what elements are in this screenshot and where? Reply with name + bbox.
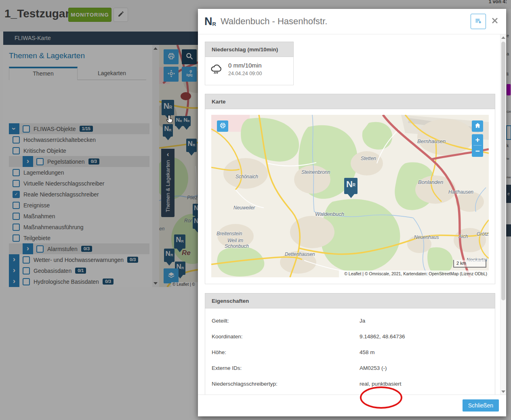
map-label: Aich — [458, 234, 468, 239]
property-value: Ja — [360, 318, 365, 324]
map-label: Bernhausen — [417, 138, 446, 144]
dialog-header: N R Waldenbuch - Hasenhofstr. — [198, 9, 506, 34]
precipitation-card-header: Niederschlag (mm/10min) — [205, 42, 294, 57]
mouse-cursor — [166, 114, 175, 127]
map-home-button[interactable] — [472, 120, 483, 132]
map-label: Schönaich — [236, 174, 258, 179]
nr-station-marker[interactable]: N R — [344, 178, 357, 194]
property-label: Geteilt: — [212, 318, 229, 324]
dialog-footer: Schließen — [198, 395, 506, 416]
map-label: Grötzin — [477, 231, 489, 237]
precipitation-value: 0 mm/10min — [228, 62, 262, 69]
scroll-down-icon[interactable] — [501, 390, 505, 393]
scrollbar-thumb[interactable] — [501, 42, 505, 300]
map-section-body: Schönaich Steinenbronn Stetten Bernhause… — [205, 109, 495, 284]
schliessen-button[interactable]: Schließen — [463, 399, 499, 412]
map-print-button[interactable] — [217, 120, 228, 132]
station-detail-dialog: N R Waldenbuch - Hasenhofstr. Niederschl… — [198, 9, 506, 416]
home-icon — [474, 122, 481, 131]
properties-section-header: Eigenschaften — [205, 293, 495, 308]
leaflet-map[interactable]: Schönaich Steinenbronn Stetten Bernhause… — [211, 115, 489, 277]
property-row: Koordinaten: 9.14862, 48.64736 — [205, 329, 496, 344]
map-label: Weil im — [227, 238, 243, 243]
property-value: 458 m — [360, 349, 375, 355]
map-zoom-control: + − — [472, 134, 483, 157]
property-value: AM0253 (-) — [360, 365, 387, 371]
dialog-body: Niederschlag (mm/10min) 0 mm/10min 24.04… — [198, 34, 500, 395]
property-row: Geteilt: Ja — [205, 313, 496, 329]
map-label: Waldenbuch — [315, 211, 344, 217]
map-label: Breitenstein — [217, 231, 242, 236]
map-label: Neuweiler — [233, 205, 255, 211]
map-attribution: © Leaflet | © Omniscale, 2021, Kartendat… — [339, 270, 489, 277]
rain-cloud-icon — [210, 63, 222, 77]
property-value: real, punktbasiert — [360, 381, 402, 387]
map-label: Stetten — [361, 156, 376, 161]
map-label: Bonlanden — [418, 179, 443, 185]
zoom-in-button[interactable]: + — [472, 134, 483, 145]
application-window: 1_Testzugang MONITORING 1 von 4: FLIWAS-… — [0, 0, 511, 420]
printer-icon — [219, 122, 226, 131]
map-label: Steinenbronn — [301, 169, 330, 175]
precipitation-timestamp: 24.04.24 09:00 — [228, 71, 262, 76]
map-label: Schonbuch — [225, 243, 249, 249]
property-label: Höhe: — [212, 349, 226, 355]
map-label: Dettenhausen — [285, 251, 315, 257]
map-section-header: Karte — [205, 94, 495, 109]
property-label: Niederschlagsschreibertyp: — [212, 381, 278, 387]
property-row: Niederschlagsschreibertyp: real, punktba… — [205, 376, 496, 392]
precipitation-card-body: 0 mm/10min 24.04.24 09:00 — [205, 57, 294, 85]
nr-logo: N — [204, 16, 212, 27]
map-label: Neuenhaus — [414, 234, 439, 240]
property-row: Höhe: 458 m — [205, 344, 496, 360]
nr-logo-sub: R — [212, 21, 216, 27]
property-label: Koordinaten: — [212, 333, 243, 340]
dialog-title: Waldenbuch - Hasenhofstr. — [221, 16, 471, 27]
scroll-up-icon[interactable] — [501, 36, 505, 39]
property-row-externe-ids: Externe IDs: AM0253 (-) — [205, 360, 496, 376]
map-scale-bar: 2 km — [453, 260, 486, 268]
property-label: Externe IDs: — [212, 365, 242, 371]
zoom-out-button[interactable]: − — [472, 146, 483, 156]
dialog-scrollbar[interactable] — [500, 34, 506, 395]
close-icon — [492, 17, 498, 25]
add-to-list-button[interactable] — [471, 14, 486, 29]
map-label: Harthausen — [448, 189, 473, 195]
property-value: 9.14862, 48.64736 — [360, 333, 405, 340]
annotation-circle — [360, 386, 402, 409]
playlist-add-icon — [474, 17, 482, 26]
properties-section-body: Geteilt: Ja Koordinaten: 9.14862, 48.647… — [205, 308, 495, 395]
close-dialog-button[interactable] — [492, 17, 498, 25]
